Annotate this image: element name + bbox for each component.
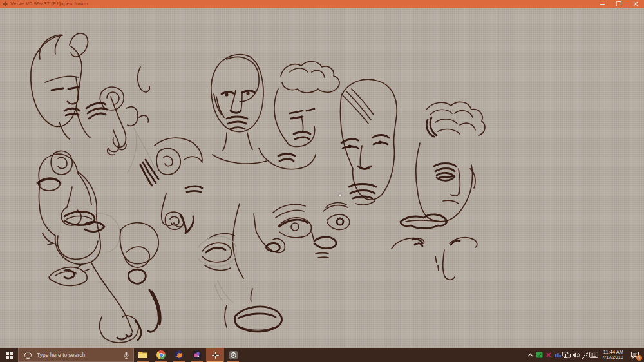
taskbar-app-verve[interactable] <box>206 348 224 362</box>
face-sketch-5 <box>211 55 267 164</box>
maximize-icon <box>616 1 621 6</box>
face-sketch-7 <box>341 79 397 205</box>
volume-icon[interactable] <box>571 348 580 362</box>
minimize-button[interactable] <box>594 0 611 8</box>
face-sketch-2 <box>86 67 156 173</box>
network-icon[interactable] <box>562 348 571 362</box>
taskbar-app-paint[interactable] <box>188 348 206 362</box>
face-sketches <box>0 8 644 348</box>
drawing-canvas[interactable] <box>0 8 644 348</box>
touch-keyboard-icon[interactable] <box>589 348 598 362</box>
tray-icon-red-utility[interactable] <box>544 348 553 362</box>
paint-app-icon <box>192 350 202 360</box>
pen-tablet-icon[interactable] <box>580 348 589 362</box>
taskbar-app-camera[interactable] <box>224 348 242 362</box>
face-sketch-10 <box>392 238 477 280</box>
verve-app-icon <box>211 350 220 360</box>
face-sketch-11 <box>198 204 285 332</box>
minimize-icon <box>600 4 605 5</box>
face-sketch-3 <box>37 151 104 264</box>
verve-flower-icon <box>3 1 8 6</box>
maximize-button[interactable] <box>611 0 627 8</box>
taskbar-app-file-explorer[interactable] <box>134 348 152 362</box>
close-button[interactable] <box>627 0 644 8</box>
microphone-icon <box>124 352 129 359</box>
tray-icon-green-utility[interactable] <box>535 348 544 362</box>
face-sketch-4 <box>140 138 202 233</box>
desktop: { "window": { "title": "Verve V0.99v.37 … <box>0 0 644 362</box>
face-sketch-6 <box>259 61 339 169</box>
firefox-icon <box>174 350 184 360</box>
cortana-circle-icon <box>24 352 32 359</box>
taskbar: Type here to search <box>0 348 644 362</box>
action-center-button[interactable]: 1 <box>627 348 643 362</box>
close-icon <box>633 1 638 6</box>
window-title: Verve V0.99v.37 [F1]open forum <box>10 0 88 8</box>
windows-logo-icon <box>6 352 13 359</box>
taskbar-app-chrome[interactable] <box>152 348 170 362</box>
system-tray: 11:44 AM 7/17/2018 1 <box>526 348 644 362</box>
camera-utility-icon <box>229 350 238 360</box>
search-placeholder: Type here to search <box>37 352 124 358</box>
hidden-icons-chevron[interactable] <box>526 348 535 362</box>
face-sketch-9 <box>401 214 446 229</box>
face-sketch-1 <box>31 33 90 139</box>
face-sketch-8 <box>416 102 485 221</box>
file-explorer-icon <box>138 350 148 359</box>
start-button[interactable] <box>0 348 18 362</box>
window-titlebar[interactable]: Verve V0.99v.37 [F1]open forum <box>0 0 644 8</box>
brush-cursor <box>339 194 341 196</box>
taskbar-search[interactable]: Type here to search <box>18 348 134 362</box>
chrome-icon <box>156 350 166 359</box>
notification-badge: 1 <box>636 355 642 361</box>
clock-date: 7/17/2018 <box>602 355 623 361</box>
face-sketch-13 <box>43 212 184 343</box>
tray-icon-blue-utility[interactable] <box>553 348 562 362</box>
taskbar-app-firefox[interactable] <box>170 348 188 362</box>
taskbar-clock[interactable]: 11:44 AM 7/17/2018 <box>598 350 627 361</box>
